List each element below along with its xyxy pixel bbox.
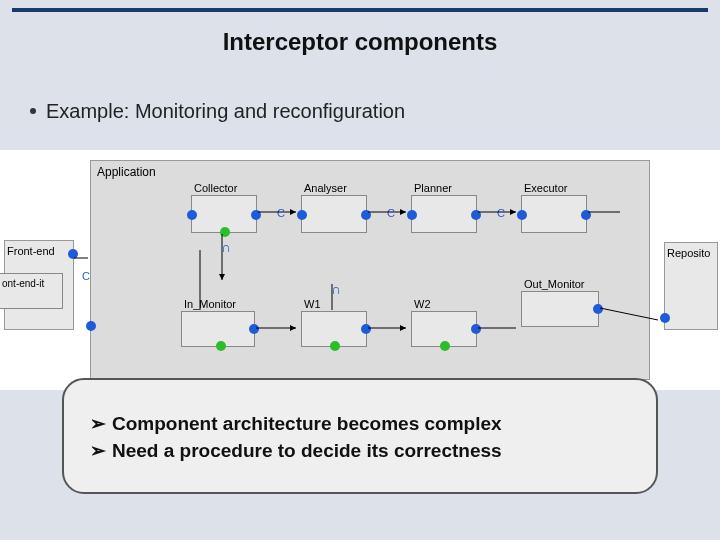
analyser-component: Analyser — [301, 195, 367, 233]
port-icon — [68, 249, 78, 259]
connector-label: C — [497, 207, 505, 219]
out-monitor-label: Out_Monitor — [524, 278, 585, 290]
port-icon — [187, 210, 197, 220]
connector-label: C — [82, 270, 90, 282]
summary-callout: ➢Component architecture becomes complex … — [62, 378, 658, 494]
port-icon — [471, 210, 481, 220]
w1-component: W1 — [301, 311, 367, 347]
w1-label: W1 — [304, 298, 321, 310]
example-bullet: Example: Monitoring and reconfiguration — [30, 100, 405, 123]
collector-label: Collector — [194, 182, 237, 194]
planner-component: Planner — [411, 195, 477, 233]
out-monitor-component: Out_Monitor — [521, 291, 599, 327]
application-label: Application — [97, 165, 156, 179]
architecture-diagram: Front-end ont-end-it C Reposito Applicat… — [0, 150, 720, 390]
repository-label: Reposito — [667, 247, 710, 259]
port-icon — [220, 227, 230, 237]
w2-component: W2 — [411, 311, 477, 347]
port-icon — [593, 304, 603, 314]
port-icon — [297, 210, 307, 220]
port-icon — [471, 324, 481, 334]
port-icon — [216, 341, 226, 351]
chevron-icon: ➢ — [90, 439, 106, 462]
w2-label: W2 — [414, 298, 431, 310]
example-text: Example: Monitoring and reconfiguration — [46, 100, 405, 122]
callout-line-2: ➢Need a procedure to decide its correctn… — [90, 439, 630, 462]
port-icon — [249, 324, 259, 334]
repository-component: Reposito — [664, 242, 718, 330]
callout-text-1: Component architecture becomes complex — [112, 413, 502, 434]
executor-component: Executor — [521, 195, 587, 233]
page-title: Interceptor components — [0, 28, 720, 56]
callout-line-1: ➢Component architecture becomes complex — [90, 412, 630, 435]
port-icon — [407, 210, 417, 220]
front-end-sub-label: ont-end-it — [2, 278, 44, 289]
executor-label: Executor — [524, 182, 567, 194]
port-icon — [86, 321, 96, 331]
bullet-dot-icon — [30, 108, 36, 114]
front-end-inner: ont-end-it — [0, 273, 63, 309]
collector-component: Collector — [191, 195, 257, 233]
in-monitor-label: In_Monitor — [184, 298, 236, 310]
connector-label: C — [387, 207, 395, 219]
port-icon — [361, 324, 371, 334]
accent-bar — [12, 8, 708, 12]
connector-label: C — [277, 207, 285, 219]
callout-text-2: Need a procedure to decide its correctne… — [112, 440, 502, 461]
port-icon — [660, 313, 670, 323]
port-icon — [251, 210, 261, 220]
port-icon — [581, 210, 591, 220]
analyser-label: Analyser — [304, 182, 347, 194]
port-icon — [517, 210, 527, 220]
half-circle-icon: ∩ — [331, 281, 341, 297]
chevron-icon: ➢ — [90, 412, 106, 435]
front-end-component: Front-end ont-end-it — [4, 240, 74, 330]
in-monitor-component: In_Monitor — [181, 311, 255, 347]
planner-label: Planner — [414, 182, 452, 194]
port-icon — [330, 341, 340, 351]
half-circle-icon: ∩ — [221, 239, 231, 255]
front-end-label: Front-end — [7, 245, 55, 257]
port-icon — [440, 341, 450, 351]
application-container: Application Collector ∩ Analyser C Plann… — [90, 160, 650, 380]
port-icon — [361, 210, 371, 220]
